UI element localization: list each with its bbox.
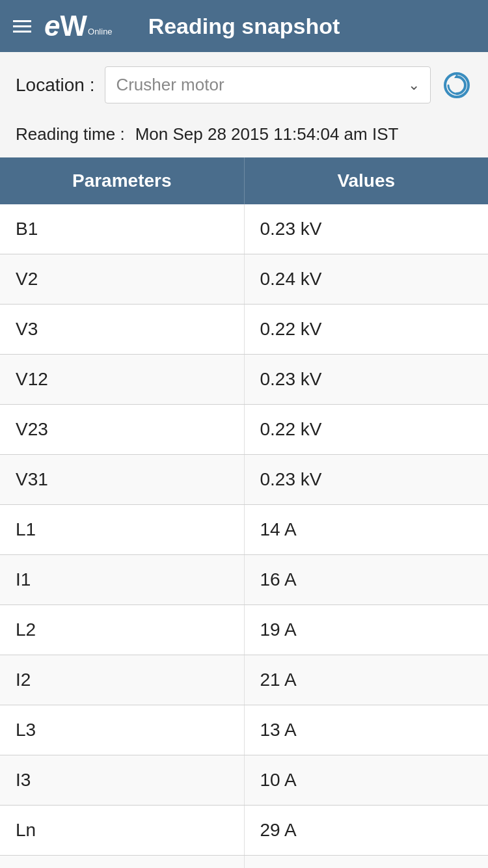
table-row: L219 A (0, 605, 488, 655)
table-cell-value: 16 A (244, 555, 489, 604)
data-table: Parameters Values B10.23 kVV20.24 kVV30.… (0, 157, 488, 868)
table-row: V30.22 kV (0, 305, 488, 355)
table-header-values: Values (244, 157, 489, 204)
page-title: Reading snapshot (148, 14, 340, 39)
table-cell-param: V23 (0, 405, 244, 454)
table-cell-param: V2 (0, 254, 244, 304)
table-cell-param: Active Power (0, 856, 244, 868)
table-row: B10.23 kV (0, 204, 488, 254)
table-cell-param: I3 (0, 755, 244, 805)
table-body: B10.23 kVV20.24 kVV30.22 kVV120.23 kVV23… (0, 204, 488, 868)
table-row: L313 A (0, 705, 488, 755)
location-dropdown[interactable]: Crusher motor ⌄ (105, 66, 431, 103)
logo-e-text: e (44, 12, 60, 40)
logo-online-text: Online (88, 27, 113, 36)
table-cell-param: V12 (0, 355, 244, 404)
app-logo: e W Online (44, 12, 113, 40)
table-cell-value: 0.22 kV (244, 405, 489, 454)
table-cell-param: Ln (0, 806, 244, 855)
location-label: Location : (16, 75, 94, 96)
table-cell-value: 14 A (244, 505, 489, 554)
table-header: Parameters Values (0, 157, 488, 204)
logo-w-text: W (60, 12, 87, 40)
table-cell-value: 0.23 kV (244, 204, 489, 254)
table-cell-param: I2 (0, 655, 244, 705)
table-cell-value: 0.22 kV (244, 305, 489, 354)
table-cell-param: B1 (0, 204, 244, 254)
table-row: V20.24 kV (0, 254, 488, 305)
table-cell-param: L2 (0, 605, 244, 655)
table-cell-value: 13 A (244, 705, 489, 755)
reading-time-row: Reading time : Mon Sep 28 2015 11:54:04 … (0, 118, 488, 157)
refresh-icon (443, 72, 470, 99)
menu-icon[interactable] (13, 20, 31, 33)
table-row: V310.23 kV (0, 455, 488, 505)
table-row: Ln29 A (0, 806, 488, 856)
table-cell-param: L3 (0, 705, 244, 755)
table-cell-param: I1 (0, 555, 244, 604)
table-row: V230.22 kV (0, 405, 488, 455)
table-cell-value: 22 kW (244, 856, 489, 868)
table-cell-param: V3 (0, 305, 244, 354)
table-row: Active Power22 kW (0, 856, 488, 868)
table-row: V120.23 kV (0, 355, 488, 405)
table-cell-value: 0.23 kV (244, 455, 489, 504)
reading-time-value: Mon Sep 28 2015 11:54:04 am IST (135, 124, 399, 144)
reading-time-label: Reading time : (16, 124, 125, 144)
table-cell-value: 21 A (244, 655, 489, 705)
table-row: I310 A (0, 755, 488, 806)
table-header-params: Parameters (0, 157, 244, 204)
table-row: I116 A (0, 555, 488, 605)
table-row: L114 A (0, 505, 488, 555)
table-cell-value: 29 A (244, 806, 489, 855)
refresh-button[interactable] (441, 70, 472, 101)
location-value: Crusher motor (116, 75, 224, 95)
chevron-down-icon: ⌄ (408, 77, 420, 94)
table-cell-param: L1 (0, 505, 244, 554)
table-cell-value: 0.24 kV (244, 254, 489, 304)
table-cell-value: 0.23 kV (244, 355, 489, 404)
app-header: e W Online Reading snapshot (0, 0, 488, 52)
table-row: I221 A (0, 655, 488, 705)
location-row: Location : Crusher motor ⌄ (0, 52, 488, 118)
table-cell-value: 19 A (244, 605, 489, 655)
table-cell-value: 10 A (244, 755, 489, 805)
table-cell-param: V31 (0, 455, 244, 504)
